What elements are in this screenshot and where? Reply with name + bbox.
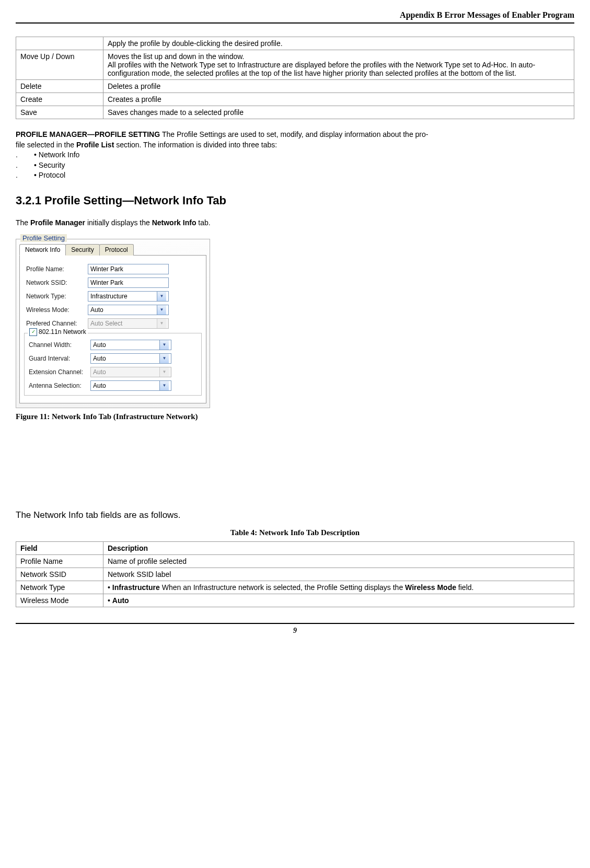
bullet-item: Security [16,160,574,171]
lead-text2c: section. The information is divided into… [114,141,277,149]
chevron-down-icon: ▼ [157,305,166,315]
cell-text: field. [456,583,473,592]
group-legend-80211n: ✓ 802.11n Network [28,328,88,336]
chevron-down-icon: ▼ [157,292,166,301]
cell: Profile Name [16,554,103,568]
lead-text2b: Profile List [76,141,114,149]
antenna-selection-select[interactable]: Auto▼ [90,380,171,391]
table4-caption: Table 4: Network Info Tab Description [16,528,574,537]
extension-channel-select: Auto▼ [90,367,171,377]
cell: Save [16,106,103,119]
row-wireless-mode: Wireless Mode: Auto▼ [26,305,200,315]
section-heading: 3.2.1 Profile Setting—Network Info Tab [16,194,574,207]
header-rule [16,22,574,24]
cell: Creates a profile [103,93,574,106]
guard-interval-select[interactable]: Auto▼ [90,353,171,364]
label-extension-channel: Extension Channel: [29,368,90,376]
table-row: Network Type • Infrastructure When an In… [16,581,574,594]
row-channel-width: Channel Width: Auto▼ [29,340,197,350]
lead-text2: file selected in the [16,141,76,149]
figure-text: Network Info Tab (Infrastructure Network… [52,412,198,421]
table-row: Profile Name Name of profile selected [16,554,574,568]
label-profile-name: Profile Name: [26,265,88,273]
cell: • Infrastructure When an Infrastructure … [103,581,574,594]
row-guard-interval: Guard Interval: Auto▼ [29,353,197,364]
cell: Network SSID [16,568,103,581]
cell-text: Infrastructure [112,583,162,592]
cell: Wireless Mode [16,594,103,607]
cell: Moves the list up and down in the window… [103,50,574,80]
combo-value: Auto [93,368,106,376]
bullet-item: Network Info [16,150,574,160]
tab-protocol[interactable]: Protocol [99,244,134,256]
combo-value: Auto [93,355,106,362]
footer-rule [16,623,574,624]
prefered-channel-select: Auto Select▼ [88,318,169,329]
cell: Saves changes made to a selected profile [103,106,574,119]
bullet-item: Protocol [16,170,574,181]
text: tab. [196,218,210,227]
row-extension-channel: Extension Channel: Auto▼ [29,367,197,377]
network-ssid-input[interactable] [88,277,169,288]
cell-text: • [108,596,112,605]
wireless-mode-select[interactable]: Auto▼ [88,305,169,315]
chevron-down-icon: ▼ [159,381,169,390]
tab-network-info[interactable]: Network Info [19,244,66,256]
cell: Name of profile selected [103,554,574,568]
chevron-down-icon: ▼ [157,319,166,328]
header-field: Field [16,541,103,554]
cell: Network Type [16,581,103,594]
label-network-type: Network Type: [26,293,88,300]
cell-text: When an Infrastructure network is select… [162,583,405,592]
figure-caption: Figure 11: Network Info Tab (Infrastruct… [16,412,574,421]
table-profile-actions: Apply the profile by double-clicking the… [16,37,574,119]
cell: Deletes a profile [103,80,574,93]
cell-text: • [108,583,112,592]
chevron-down-icon: ▼ [159,354,169,363]
tab-bullet-list: Network Info Security Protocol [16,150,574,181]
channel-width-select[interactable]: Auto▼ [90,340,171,350]
tab-strip: Network Info Security Protocol [19,244,206,256]
table-network-info-description: Field Description Profile Name Name of p… [16,541,574,607]
page-header-title: Appendix B Error Messages of Enabler Pro… [16,10,574,20]
profile-setting-groupbox: Profile Setting Network Info Security Pr… [16,239,210,408]
lead-heading: PROFILE MANAGER—PROFILE SETTING [16,130,162,138]
row-profile-name: Profile Name: [26,264,200,274]
combo-value: Auto [93,382,106,389]
page-number: 9 [16,627,574,635]
group-80211n: ✓ 802.11n Network Channel Width: Auto▼ G… [24,333,202,396]
table-row: Delete Deletes a profile [16,80,574,93]
table-row: Network SSID Network SSID label [16,568,574,581]
text: The [16,218,30,227]
table-row: Apply the profile by double-clicking the… [16,37,574,50]
checkbox-80211n[interactable]: ✓ [29,328,37,336]
form-body: Profile Name: Network SSID: Network Type… [19,256,206,403]
tab-security[interactable]: Security [65,244,99,256]
chevron-down-icon: ▼ [159,340,169,350]
profile-name-input[interactable] [88,264,169,274]
chevron-down-icon: ▼ [159,367,169,377]
figure-label: Figure 11: [16,412,52,421]
header-description: Description [103,541,574,554]
cell: • Auto [103,594,574,607]
spacer [16,421,574,494]
cell-text: All profiles with the Network Type set t… [108,61,535,77]
table-row: Move Up / Down Moves the list up and dow… [16,50,574,80]
cell: Move Up / Down [16,50,103,80]
combo-value: Auto Select [90,320,122,327]
text: initially displays the [85,218,152,227]
lead-text: The Profile Settings are used to set, mo… [162,130,426,138]
row-prefered-channel: Prefered Channel: Auto Select▼ [26,318,200,329]
row-antenna-selection: Antenna Selection: Auto▼ [29,380,197,391]
row-network-type: Network Type: Infrastructure▼ [26,291,200,302]
table-row: Create Creates a profile [16,93,574,106]
cell-text: Wireless Mode [405,583,456,592]
cell [16,37,103,50]
label-prefered-channel: Prefered Channel: [26,320,88,327]
table-row: Wireless Mode • Auto [16,594,574,607]
cell: Apply the profile by double-clicking the… [103,37,574,50]
network-type-select[interactable]: Infrastructure▼ [88,291,169,302]
combo-value: Auto [90,306,103,314]
text: Profile Manager [30,218,85,227]
label-network-ssid: Network SSID: [26,279,88,286]
